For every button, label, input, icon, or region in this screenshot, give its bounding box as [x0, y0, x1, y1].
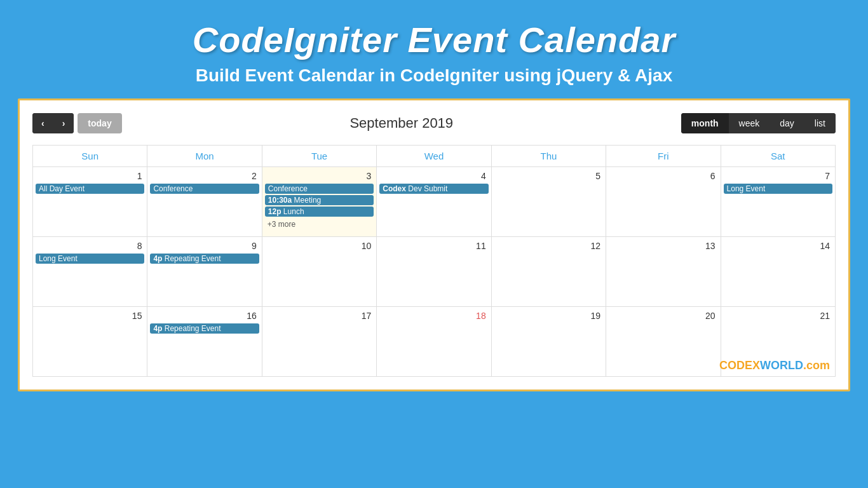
- day-number: 2: [150, 170, 259, 184]
- table-row: 2 Conference: [147, 167, 262, 237]
- day-number: 12: [494, 240, 603, 254]
- table-row: 11: [377, 237, 491, 307]
- list-item[interactable]: 4p Repeating Event: [150, 323, 259, 334]
- day-number: 16: [150, 309, 259, 323]
- list-item[interactable]: All Day Event: [36, 184, 144, 194]
- calendar-month-title: September 2019: [349, 115, 453, 132]
- day-number: 8: [36, 240, 144, 254]
- view-list-button[interactable]: list: [804, 113, 836, 133]
- day-number: 6: [609, 170, 717, 184]
- day-number: 18: [379, 309, 488, 323]
- list-item[interactable]: 12p Lunch: [265, 207, 374, 217]
- table-row: 12: [491, 237, 606, 307]
- prev-button[interactable]: ‹: [32, 113, 53, 133]
- day-number: 5: [494, 170, 603, 184]
- list-item[interactable]: Long Event: [36, 254, 144, 264]
- view-day-button[interactable]: day: [770, 113, 804, 133]
- brand-codex: CODEX: [719, 359, 760, 372]
- header-sun: Sun: [33, 146, 147, 167]
- header-mon: Mon: [147, 146, 262, 167]
- day-number: 21: [724, 309, 832, 323]
- day-number: 7: [724, 170, 832, 184]
- table-row: 20: [606, 307, 721, 377]
- table-row: 16 4p Repeating Event: [147, 307, 262, 377]
- brand-logo: CODEXWORLD.com: [719, 359, 830, 372]
- table-row: 15: [33, 307, 147, 377]
- brand-world: WORLD: [760, 359, 803, 372]
- table-row: 9 4p Repeating Event: [147, 237, 262, 307]
- calendar-week: 8 Long Event 9 4p Repeating Event 10 11: [33, 237, 836, 307]
- list-item[interactable]: 10:30a Meeting: [265, 195, 374, 205]
- day-number: 13: [609, 240, 717, 254]
- today-button[interactable]: today: [78, 113, 121, 133]
- calendar-table: Sun Mon Tue Wed Thu Fri Sat 1 All Day Ev…: [32, 145, 836, 377]
- list-item[interactable]: 4p Repeating Event: [150, 254, 259, 264]
- table-row: 17: [262, 307, 376, 377]
- header-tue: Tue: [262, 146, 376, 167]
- event-time: 12p: [268, 207, 281, 216]
- table-row: 14: [721, 237, 835, 307]
- view-month-button[interactable]: month: [681, 113, 729, 133]
- table-row: 3 Conference 10:30a Meeting 12p Lunch +3…: [262, 167, 376, 237]
- next-button[interactable]: ›: [53, 113, 74, 133]
- table-row: 7 Long Event: [721, 167, 835, 237]
- list-item[interactable]: Conference: [150, 184, 259, 194]
- page-subtitle: Build Event Calendar in CodeIgniter usin…: [13, 65, 855, 86]
- view-button-group: month week day list: [681, 113, 836, 133]
- event-time: 4p: [153, 254, 162, 263]
- day-number: 11: [379, 240, 488, 254]
- more-events-link[interactable]: +3 more: [265, 220, 295, 229]
- page-title: CodeIgniter Event Calendar: [13, 19, 855, 60]
- day-number: 10: [265, 240, 374, 254]
- table-row: 8 Long Event: [33, 237, 147, 307]
- table-row: 19: [491, 307, 606, 377]
- day-number: 14: [724, 240, 832, 254]
- calendar-week: 15 16 4p Repeating Event 17 18 19: [33, 307, 836, 377]
- table-row: 21 CODEXWORLD.com: [721, 307, 835, 377]
- header-wed: Wed: [377, 146, 491, 167]
- list-item[interactable]: Conference: [265, 184, 374, 194]
- brand-dotcom: .com: [803, 359, 830, 372]
- view-week-button[interactable]: week: [729, 113, 770, 133]
- table-row: 1 All Day Event: [33, 167, 147, 237]
- header-fri: Fri: [606, 146, 721, 167]
- table-row: 18: [377, 307, 491, 377]
- table-row: 6: [606, 167, 721, 237]
- day-number: 3: [265, 170, 374, 184]
- list-item[interactable]: Long Event: [724, 184, 832, 194]
- table-row: 5: [491, 167, 606, 237]
- table-row: 10: [262, 237, 376, 307]
- day-number: 19: [494, 309, 603, 323]
- calendar-week: 1 All Day Event 2 Conference 3 Conferenc…: [33, 167, 836, 237]
- nav-button-group: ‹ ›: [32, 113, 74, 133]
- day-number: 17: [265, 309, 374, 323]
- day-number: 1: [36, 170, 144, 184]
- header-sat: Sat: [721, 146, 835, 167]
- table-row: 13: [606, 237, 721, 307]
- header-thu: Thu: [491, 146, 606, 167]
- day-number: 9: [150, 240, 259, 254]
- event-time: 10:30a: [268, 196, 292, 205]
- table-row: 4 Codex Dev Submit: [377, 167, 491, 237]
- event-time: 4p: [153, 324, 162, 333]
- list-item[interactable]: Codex Dev Submit: [379, 184, 488, 194]
- day-number: 20: [609, 309, 717, 323]
- day-number: 4: [379, 170, 488, 184]
- day-number: 15: [36, 309, 144, 323]
